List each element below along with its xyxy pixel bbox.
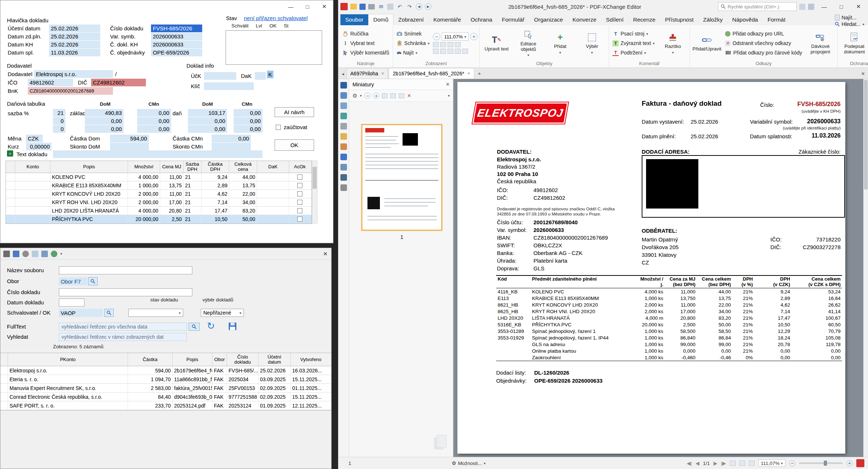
menu-tab[interactable]: Formulář xyxy=(497,14,529,25)
zoom-slider-thumb[interactable] xyxy=(824,461,827,466)
fit-width-icon[interactable] xyxy=(440,42,446,47)
text-dokladu-field[interactable] xyxy=(53,150,263,158)
layout-panes-icon[interactable] xyxy=(808,4,814,10)
new-tab-icon[interactable]: + xyxy=(475,70,484,79)
sazba-value[interactable]: 0 xyxy=(53,125,65,133)
cislo-dokladu-field[interactable] xyxy=(59,288,192,296)
ai-navrh-button[interactable]: AI návrh xyxy=(275,107,314,117)
menu-tab[interactable]: Formát xyxy=(763,14,790,25)
hledat-button[interactable]: Hledat... ▾ xyxy=(835,21,864,27)
view-mode-1-icon[interactable] xyxy=(730,461,736,466)
bnk-field[interactable]: CZ8180400000002001267689 xyxy=(28,87,113,95)
view-mode-3-icon[interactable] xyxy=(749,461,755,466)
tools-panel-icon[interactable] xyxy=(340,184,347,191)
obor-search-button[interactable] xyxy=(88,277,98,285)
edit-objects-button[interactable]: Editace objektů ▾ xyxy=(513,26,543,60)
tab-scroll-left-icon[interactable]: ◂ xyxy=(340,71,346,79)
single-page-icon[interactable] xyxy=(433,49,439,54)
destinations-icon[interactable] xyxy=(340,102,347,109)
menu-tab[interactable]: Zobrazení xyxy=(393,14,429,25)
select-text-button[interactable]: I Vybrat text xyxy=(341,39,391,48)
globe-icon[interactable] xyxy=(51,251,57,257)
save-icon[interactable] xyxy=(227,321,238,331)
open-icon[interactable] xyxy=(350,4,357,10)
underline-text-button[interactable]: T Podtržení ▾ xyxy=(611,48,656,57)
first-page-icon[interactable]: ◀| xyxy=(687,460,692,466)
dan-cmn-value[interactable]: 0,00 xyxy=(234,125,263,133)
row-marker-icon[interactable] xyxy=(0,366,8,375)
result-row[interactable]: Manuvia Expert Recruitment SK, s.r.o. 2 … xyxy=(0,384,331,393)
result-row[interactable]: Conrad Electronic Česká republika, s.r.o… xyxy=(0,393,331,401)
vyber-dokladu-dropdown[interactable]: Nepřiřazené▾ xyxy=(201,309,244,317)
zoom-in-icon[interactable]: + xyxy=(470,33,478,40)
stamp-button[interactable]: Razítko ▾ xyxy=(658,26,688,60)
hand-tool-button[interactable]: Ručička xyxy=(341,29,391,38)
minimize-icon[interactable]: — xyxy=(282,1,299,12)
page-indicator[interactable]: 1/1 xyxy=(703,461,710,466)
menu-tab[interactable]: Komentáře xyxy=(429,14,466,25)
c-dokl-kh-field[interactable]: 2026000633 xyxy=(151,41,202,48)
status-zoom-field[interactable]: 111,07% ▾ xyxy=(758,459,785,467)
menu-tab[interactable]: Ochrana xyxy=(466,14,497,25)
snapshot-button[interactable]: Snímek xyxy=(395,29,431,38)
cislo-dokladu-field[interactable]: FVSH-685/2026 xyxy=(151,25,202,32)
quick-launch-input[interactable] xyxy=(728,4,794,10)
print-icon[interactable] xyxy=(368,4,375,10)
gear-icon[interactable] xyxy=(22,251,29,257)
item-row[interactable]: KRYT ROH VNI. LHD 20X20 2 000,00 17,00 2… xyxy=(6,198,312,207)
nazev-souboru-field[interactable] xyxy=(59,266,192,274)
select-comments-button[interactable]: Výběr komentářů xyxy=(341,48,391,57)
insert-page-icon[interactable] xyxy=(382,93,388,98)
row-selector[interactable] xyxy=(6,173,15,181)
close-tab-icon[interactable]: × xyxy=(381,71,384,76)
last-page-icon[interactable]: |▶ xyxy=(721,460,726,466)
fulltext-search-button[interactable] xyxy=(189,323,200,331)
menu-tab[interactable]: Sdílení xyxy=(601,14,628,25)
save-icon[interactable] xyxy=(359,4,366,10)
thumbnails-icon[interactable] xyxy=(340,92,347,99)
fit-page-icon[interactable] xyxy=(433,42,439,47)
attachments-icon[interactable] xyxy=(340,123,347,130)
continuous-icon[interactable] xyxy=(440,49,446,54)
row-selector[interactable] xyxy=(6,215,15,223)
zoom-slider[interactable] xyxy=(799,462,843,464)
maximize-icon[interactable]: □ xyxy=(834,2,849,11)
next-page-icon[interactable]: ▶ xyxy=(713,460,717,466)
two-pages-icon[interactable] xyxy=(448,49,453,54)
thumb-zoom-in-icon[interactable]: + xyxy=(373,93,379,99)
panel-gear-icon[interactable]: ⚙ xyxy=(352,93,357,99)
zoom-out-icon[interactable]: − xyxy=(433,33,440,40)
item-row[interactable]: LHD 20X20 LIŠTA HRANATÁ 4 000,00 20,80 2… xyxy=(6,207,312,215)
menu-tab[interactable]: Soubor xyxy=(340,14,368,25)
close-tab-icon[interactable]: × xyxy=(468,71,470,76)
close-icon[interactable]: ✕ xyxy=(851,2,866,11)
select-objects-button[interactable]: Výběr ▾ xyxy=(577,26,607,60)
status-zoom-out-icon[interactable]: − xyxy=(789,460,795,466)
sign-document-button[interactable]: Podepsat dokument xyxy=(839,26,868,60)
zoom-level-field[interactable]: 111,07% ▾ xyxy=(442,33,469,41)
item-row[interactable]: KOLENO PVC 4 000,00 11,00 21 9,24 44,00 xyxy=(6,173,312,181)
zaklad-cmn-value[interactable]: 0,00 xyxy=(137,117,171,125)
back-icon[interactable]: ◀ xyxy=(416,3,422,10)
item-row[interactable]: PŘÍCHYTKA PVC 20 000,00 2,50 21 10,50 50… xyxy=(6,215,312,224)
item-row[interactable]: KRYT KONCOVÝ LHD 20X20 2 000,00 11,00 21… xyxy=(6,190,312,198)
menu-tab[interactable]: Přístupnost xyxy=(660,14,698,25)
full-screen-icon[interactable] xyxy=(462,49,468,54)
quick-launch-search[interactable] xyxy=(718,2,797,11)
row-marker-icon[interactable] xyxy=(0,384,8,392)
chevron-down-icon[interactable]: ▾ xyxy=(60,252,62,256)
dan-cmn-value[interactable]: 0,00 xyxy=(234,117,263,125)
row-selector[interactable] xyxy=(6,207,15,215)
minimize-icon[interactable]: — xyxy=(817,2,831,11)
link-panel-icon[interactable] xyxy=(340,164,347,170)
remove-links-button[interactable]: ✕ Odstranit všechny odkazy xyxy=(724,39,803,48)
status-zoom-in-icon[interactable]: + xyxy=(846,460,853,466)
row-selector[interactable] xyxy=(6,190,15,198)
menu-tab[interactable]: Konverze xyxy=(568,14,601,25)
row-marker-icon[interactable] xyxy=(0,393,8,401)
forward-icon[interactable]: ▶ xyxy=(425,3,431,10)
bookmarks-icon[interactable] xyxy=(340,82,347,89)
ucetni-datum-field[interactable]: 25.02.2026 xyxy=(49,25,100,32)
fit-visible-icon[interactable] xyxy=(448,42,453,47)
stav-dokladu-dropdown[interactable]: ▾ xyxy=(128,309,183,317)
